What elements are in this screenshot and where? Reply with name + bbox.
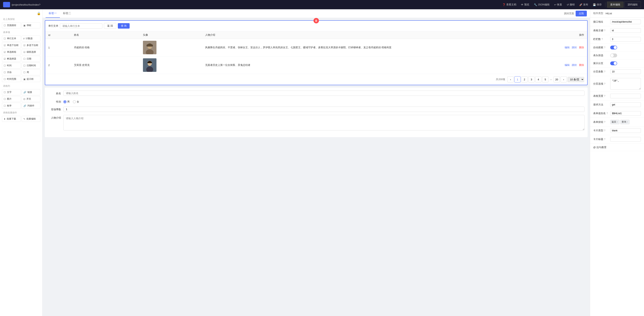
sidebar-item-switch[interactable]: ⊡ 开关 — [22, 96, 40, 102]
page-size-select[interactable]: 10 条/页 — [568, 77, 584, 82]
row2-edit-btn[interactable]: 编辑 — [564, 64, 570, 66]
publish-icon: 🚀 — [579, 3, 582, 6]
sidebar-item-link[interactable]: 🔗 链接 — [22, 89, 40, 95]
preview-btn[interactable]: 👁 预览 — [519, 2, 531, 7]
table-width-help: ? — [604, 95, 605, 97]
page-4-btn[interactable]: 4 — [535, 76, 542, 82]
seasons-input[interactable] — [63, 106, 584, 112]
card-type-row: 卡片类型 ? — [590, 126, 644, 135]
undo-btn[interactable]: ↺ 撤销 — [565, 2, 576, 7]
click-me-btn[interactable]: 点我 — [576, 10, 587, 16]
sidebar-item-col-op[interactable]: 🔗 列操作 — [22, 103, 40, 109]
row1-edit-btn[interactable]: 编辑 — [564, 46, 570, 49]
json-edit-btn[interactable]: 🔧 JSON编辑 — [532, 2, 552, 7]
last-page-btn[interactable]: 20 — [554, 76, 560, 82]
sidebar-item-single-text[interactable]: ☐ 单行文本 — [2, 36, 21, 42]
form-alias-input[interactable] — [610, 111, 641, 116]
sidebar-item-time-range[interactable]: ☐ 时间范围 — [2, 76, 21, 82]
sidebar-item-image[interactable]: ☐ 图片 — [2, 96, 21, 102]
sidebar-item-multi-select[interactable]: ☑ 多选下拉框 — [22, 42, 40, 48]
sidebar-item-time[interactable]: ☐ 时间 — [2, 62, 21, 68]
next-page-btn[interactable]: › — [560, 76, 567, 82]
page-options-textarea[interactable]: "10", — [610, 78, 641, 90]
sidebar-item-page-jump[interactable]: ☐ 页面跳转 — [2, 22, 21, 28]
row1-delete-btn[interactable]: 删除 — [579, 46, 584, 49]
sidebar-item-cascade[interactable]: ☑ 级联选择 — [22, 49, 40, 55]
cascade-icon: ☑ — [23, 51, 26, 54]
row2-delete-btn[interactable]: 删除 — [579, 64, 584, 66]
sidebar-item-datetime[interactable]: ☐ 日期时间 — [22, 62, 40, 68]
form-btn-tag-query-close[interactable]: × — [627, 121, 628, 123]
show-pagination-row: 展示分页 — [590, 60, 644, 68]
sidebar-item-counter[interactable]: # 计数器 — [22, 36, 40, 42]
api-input[interactable] — [610, 20, 641, 24]
tooltip-icon: ▣ — [23, 78, 26, 80]
sidebar-item-batch-download[interactable]: ⬇ 批量下载 — [2, 116, 21, 122]
col-count-input[interactable] — [610, 37, 641, 42]
sidebar-item-month[interactable]: ☐ 月份 — [2, 69, 21, 75]
save-btn[interactable]: 💾 保存 — [591, 2, 604, 7]
week-icon: ☐ — [23, 71, 26, 74]
request-method-input[interactable] — [610, 102, 641, 107]
sidebar-item-text[interactable]: ☐ 文字 — [2, 89, 21, 95]
page-size-input[interactable] — [610, 69, 641, 74]
intro-textarea[interactable] — [63, 115, 584, 130]
topbar: /project/testfoo/foo/index? ❓ 查看文档 👁 预览 … — [0, 0, 644, 9]
gender-male[interactable]: 男 — [63, 100, 70, 104]
sidebar-item-enum[interactable]: ☐ 枚举 — [2, 103, 21, 109]
single-select-icon: ☑ — [4, 44, 6, 47]
sidebar-item-dialog[interactable]: ▣ 弹框 — [22, 22, 40, 28]
form-btn-tag-query[interactable]: 查询 × — [620, 120, 630, 124]
query-button[interactable]: 查 询 — [118, 23, 130, 28]
page-3-btn[interactable]: 3 — [528, 76, 534, 82]
card-title-input[interactable] — [610, 137, 641, 142]
sidebar-item-single-select[interactable]: ☑ 单选下拉框 — [2, 42, 21, 48]
row1-jump-btn[interactable]: 跳转 — [572, 46, 577, 49]
form-btn-tag-back[interactable]: 返回 × — [610, 120, 620, 124]
back-button[interactable]: 返 回 — [104, 23, 116, 29]
name-label: 姓名 — [48, 90, 63, 95]
gender-female[interactable]: 女 — [73, 100, 79, 104]
view-docs-btn[interactable]: ❓ 查看文档 — [500, 2, 518, 7]
sidebar-item-date[interactable]: ☐ 日期 — [22, 56, 40, 62]
tab-label-two[interactable]: 标签二 — [60, 9, 74, 18]
page-1-btn[interactable]: 1 — [514, 76, 520, 82]
page-2-btn[interactable]: 2 — [521, 76, 528, 82]
table-key-input[interactable] — [610, 28, 641, 33]
sidebar-item-tree-select[interactable]: ☑ 树选择器 — [2, 56, 21, 62]
source-edit-tab[interactable]: 源码编辑 — [624, 2, 641, 8]
show-pagination-knob — [614, 62, 617, 65]
card-type-input[interactable] — [610, 128, 641, 133]
table-width-input[interactable] — [610, 94, 641, 98]
form-btn-tag-back-close[interactable]: × — [617, 121, 618, 123]
row1-avatar-img — [143, 41, 156, 54]
col-avatar: 头像 — [140, 31, 202, 39]
row1-avatar — [140, 39, 202, 56]
tree-select-icon: ☑ — [4, 58, 6, 60]
tab-label-one[interactable]: 标签一 — [46, 9, 60, 18]
header-filter-toggle[interactable] — [610, 54, 617, 57]
sidebar-item-tooltip[interactable]: ▣ 提示框 — [22, 76, 40, 82]
prev-page-btn[interactable]: ‹ — [508, 76, 514, 82]
page-5-btn[interactable]: 5 — [542, 76, 548, 82]
auto-search-toggle[interactable] — [610, 46, 617, 50]
row1-name: 丹妮莉丝·坦格 — [71, 39, 140, 56]
save-icon: 💾 — [593, 3, 596, 6]
image-icon: ☐ — [4, 98, 6, 100]
sidebar-item-batch-edit[interactable]: ✎ 批量编辑 — [22, 116, 40, 122]
row2-jump-btn[interactable]: 跳转 — [572, 64, 577, 66]
switch-icon: ⊡ — [23, 98, 25, 100]
name-input[interactable] — [63, 90, 584, 96]
basic-edit-tab[interactable]: 基本编辑 — [607, 2, 624, 8]
table-key-label: 表格主键 ? — [593, 29, 609, 32]
sidebar-item-radio-group[interactable]: ☑ 单选框组 — [2, 49, 21, 55]
restore-btn[interactable]: ↩ 恢复 — [552, 2, 564, 7]
search-input[interactable] — [60, 23, 102, 28]
show-pagination-toggle[interactable] — [610, 62, 617, 65]
publish-btn[interactable]: 🚀 发布 — [577, 2, 590, 7]
form-btns-row: 表单按钮 ? 返回 × 查询 × — [590, 118, 644, 126]
delete-float-btn[interactable]: 🗑 — [314, 18, 319, 23]
jump-page-btn[interactable]: 跳转页面 — [564, 12, 574, 15]
radio-female-circle — [73, 100, 76, 103]
sidebar-item-week[interactable]: ☐ 周 — [22, 69, 40, 75]
